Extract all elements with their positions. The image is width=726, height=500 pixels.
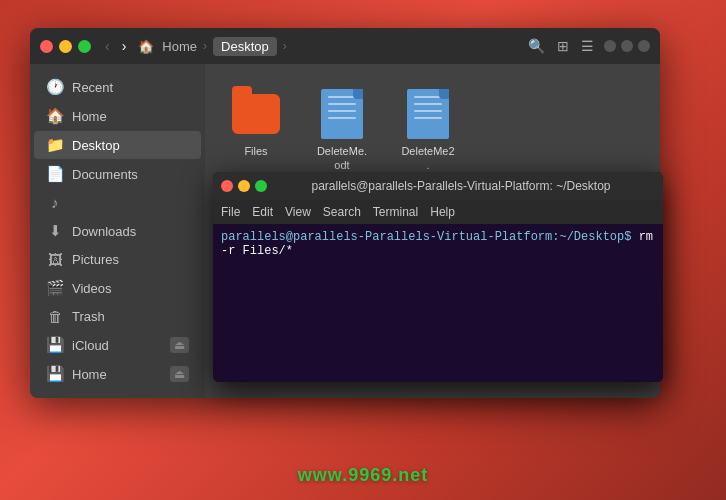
terminal-titlebar: parallels@parallels-Parallels-Virtual-Pl… <box>213 172 663 200</box>
maximize-button[interactable] <box>78 40 91 53</box>
terminal-prompt: parallels@parallels-Parallels-Virtual-Pl… <box>221 230 631 244</box>
menu-file[interactable]: File <box>221 205 240 219</box>
sidebar-item-downloads[interactable]: ⬇ Downloads <box>34 217 201 245</box>
sidebar-item-videos[interactable]: 🎬 Videos <box>34 274 201 302</box>
breadcrumb-current[interactable]: Desktop <box>213 37 277 56</box>
terminal-max-button[interactable] <box>255 180 267 192</box>
view-options-icon[interactable]: ⊞ <box>555 36 571 56</box>
icloud-label: iCloud <box>72 338 109 353</box>
videos-label: Videos <box>72 281 112 296</box>
terminal-body[interactable]: parallels@parallels-Parallels-Virtual-Pl… <box>213 224 663 382</box>
folder-icon-files <box>232 88 280 140</box>
icloud-eject-button[interactable]: ⏏ <box>170 337 189 353</box>
forward-button[interactable]: › <box>118 36 131 56</box>
sidebar: 🕐 Recent 🏠 Home 📁 Desktop 📄 Documents ♪ … <box>30 64 205 398</box>
minimize-button[interactable] <box>59 40 72 53</box>
breadcrumb-home[interactable]: Home <box>162 39 197 54</box>
home-nav-icon: 🏠 <box>138 39 154 54</box>
icloud-icon: 💾 <box>46 336 64 354</box>
sidebar-item-music[interactable]: ♪ <box>34 189 201 216</box>
terminal-title: parallels@parallels-Parallels-Virtual-Pl… <box>267 179 655 193</box>
terminal-window-controls <box>221 180 267 192</box>
back-button[interactable]: ‹ <box>101 36 114 56</box>
desktop-icon: 📁 <box>46 136 64 154</box>
videos-icon: 🎬 <box>46 279 64 297</box>
file-label-files: Files <box>244 144 267 158</box>
sidebar-item-recent[interactable]: 🕐 Recent <box>34 73 201 101</box>
menu-terminal[interactable]: Terminal <box>373 205 418 219</box>
recent-icon: 🕐 <box>46 78 64 96</box>
documents-icon: 📄 <box>46 165 64 183</box>
downloads-label: Downloads <box>72 224 136 239</box>
documents-label: Documents <box>72 167 138 182</box>
menu-icon[interactable]: ☰ <box>579 36 596 56</box>
wc-dot1 <box>604 40 616 52</box>
navigation-bar: ‹ › 🏠 Home › Desktop › <box>101 36 289 56</box>
downloads-icon: ⬇ <box>46 222 64 240</box>
window-controls <box>40 40 91 53</box>
search-icon[interactable]: 🔍 <box>526 36 547 56</box>
wc-dot2 <box>621 40 633 52</box>
sidebar-item-trash[interactable]: 🗑 Trash <box>34 303 201 330</box>
terminal-min-button[interactable] <box>238 180 250 192</box>
close-button[interactable] <box>40 40 53 53</box>
other-icon: + <box>46 394 64 398</box>
breadcrumb-separator2: › <box>283 39 287 53</box>
sidebar-item-pictures[interactable]: 🖼 Pictures <box>34 246 201 273</box>
home-icon: 🏠 <box>46 107 64 125</box>
terminal-menubar: File Edit View Search Terminal Help <box>213 200 663 224</box>
home-label: Home <box>72 109 107 124</box>
menu-help[interactable]: Help <box>430 205 455 219</box>
recent-label: Recent <box>72 80 113 95</box>
sidebar-item-icloud[interactable]: 💾 iCloud ⏏ <box>34 331 201 359</box>
wm-controls <box>604 40 650 52</box>
home2-drive-icon: 💾 <box>46 365 64 383</box>
doc-icon-deleteme1 <box>318 88 366 140</box>
terminal-window: parallels@parallels-Parallels-Virtual-Pl… <box>213 172 663 382</box>
file-label-deleteme1: DeleteMe.odt <box>317 144 367 173</box>
music-icon: ♪ <box>46 194 64 211</box>
sidebar-item-desktop[interactable]: 📁 Desktop <box>34 131 201 159</box>
file-manager-titlebar: ‹ › 🏠 Home › Desktop › 🔍 ⊞ ☰ <box>30 28 660 64</box>
terminal-close-button[interactable] <box>221 180 233 192</box>
menu-search[interactable]: Search <box>323 205 361 219</box>
titlebar-actions: 🔍 ⊞ ☰ <box>526 36 596 56</box>
trash-label: Trash <box>72 309 105 324</box>
breadcrumb-separator: › <box>203 39 207 53</box>
sidebar-item-other[interactable]: + Other Locations <box>34 389 201 398</box>
other-label: Other Locations <box>72 396 164 399</box>
pictures-label: Pictures <box>72 252 119 267</box>
home2-eject-button[interactable]: ⏏ <box>170 366 189 382</box>
pictures-icon: 🖼 <box>46 251 64 268</box>
home2-label: Home <box>72 367 107 382</box>
menu-view[interactable]: View <box>285 205 311 219</box>
sidebar-item-home2[interactable]: 💾 Home ⏏ <box>34 360 201 388</box>
doc-icon-deleteme2 <box>404 88 452 140</box>
sidebar-item-documents[interactable]: 📄 Documents <box>34 160 201 188</box>
desktop-label: Desktop <box>72 138 120 153</box>
menu-edit[interactable]: Edit <box>252 205 273 219</box>
watermark: www.9969.net <box>298 465 428 486</box>
trash-icon: 🗑 <box>46 308 64 325</box>
wc-dot3 <box>638 40 650 52</box>
sidebar-item-home[interactable]: 🏠 Home <box>34 102 201 130</box>
